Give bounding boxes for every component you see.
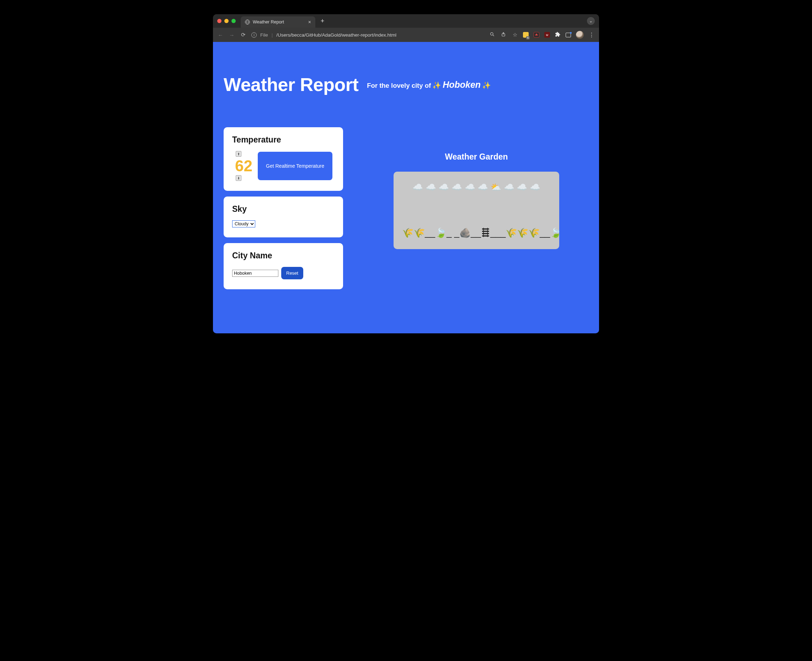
browser-tab[interactable]: Weather Report ×: [241, 16, 315, 28]
svg-line-1: [493, 35, 494, 36]
share-icon[interactable]: [500, 32, 507, 38]
forward-button[interactable]: →: [229, 32, 235, 38]
temperature-controls: ⬆ ⬇ 62 Get Realtime Temperature: [232, 151, 334, 181]
temperature-card: Temperature ⬆ ⬇ 62 Get Realtime Temperat…: [224, 127, 343, 191]
window-controls: [217, 19, 236, 23]
weather-garden: ☁️ ☁️ ☁️ ☁️ ☁️ ☁️ ⛅ ☁️ ☁️ ☁️ 🌾🌾__🍃_ _🪨__…: [393, 172, 559, 249]
close-window-button[interactable]: [217, 19, 222, 23]
temperature-heading: Temperature: [232, 135, 334, 145]
url-separator: |: [272, 32, 273, 38]
search-icon[interactable]: [489, 32, 495, 38]
maximize-window-button[interactable]: [232, 19, 236, 23]
sky-select[interactable]: Cloudy: [232, 220, 255, 227]
page-content: Weather Report For the lovely city of ✨ …: [213, 42, 599, 333]
tabs-overflow-button[interactable]: ⌄: [587, 17, 595, 25]
tagline: For the lovely city of ✨ Hoboken ✨: [367, 80, 491, 90]
tab-manager-icon[interactable]: [566, 33, 571, 37]
globe-icon: [245, 19, 250, 24]
address-bar[interactable]: i File | /Users/becca/GitHub/AdaGold/wea…: [251, 32, 396, 38]
sparkle-icon: ✨: [482, 81, 491, 89]
close-tab-icon[interactable]: ×: [308, 19, 311, 25]
minimize-window-button[interactable]: [224, 19, 229, 23]
city-heading: City Name: [232, 251, 334, 260]
get-realtime-temperature-button[interactable]: Get Realtime Temperature: [258, 152, 332, 180]
tagline-prefix: For the lovely city of: [367, 82, 431, 89]
extension-ublock[interactable]: U: [544, 32, 550, 38]
profile-avatar[interactable]: [576, 31, 584, 39]
extensions-menu-icon[interactable]: [555, 32, 561, 38]
city-row: Reset: [232, 267, 334, 279]
toolbar-right: ☆ U ⋮: [489, 31, 595, 39]
header-city-name: Hoboken: [443, 80, 481, 90]
svg-point-0: [490, 33, 493, 35]
decrease-temp-button[interactable]: ⬇: [236, 175, 241, 181]
increase-temp-button[interactable]: ⬆: [236, 151, 241, 157]
sky-heading: Sky: [232, 204, 334, 214]
city-name-input[interactable]: [232, 270, 278, 277]
main-columns: Temperature ⬆ ⬇ 62 Get Realtime Temperat…: [213, 99, 599, 289]
site-info-icon[interactable]: i: [251, 32, 257, 38]
city-card: City Name Reset: [224, 243, 343, 289]
sky-card: Sky Cloudy: [224, 196, 343, 237]
reset-city-button[interactable]: Reset: [281, 267, 303, 279]
temperature-value: 62: [235, 157, 253, 175]
garden-heading: Weather Garden: [445, 152, 508, 162]
extension-1[interactable]: [523, 32, 529, 38]
url-scheme: File: [260, 32, 268, 38]
browser-window: Weather Report × + ⌄ ← → ⟳ i File | /Use…: [213, 14, 599, 333]
url-path: /Users/becca/GitHub/AdaGold/weather-repo…: [276, 32, 396, 38]
browser-toolbar: ← → ⟳ i File | /Users/becca/GitHub/AdaGo…: [213, 28, 599, 42]
bookmark-star-icon[interactable]: ☆: [511, 32, 518, 38]
controls-column: Temperature ⬆ ⬇ 62 Get Realtime Temperat…: [224, 127, 343, 289]
browser-menu-icon[interactable]: ⋮: [589, 32, 595, 38]
page-title: Weather Report: [224, 74, 358, 95]
hero: Weather Report For the lovely city of ✨ …: [213, 42, 599, 99]
back-button[interactable]: ←: [217, 32, 224, 38]
sparkle-icon: ✨: [432, 81, 441, 89]
titlebar: Weather Report × + ⌄: [213, 14, 599, 28]
tab-title: Weather Report: [253, 19, 284, 24]
extension-2[interactable]: [534, 32, 539, 38]
garden-column: Weather Garden ☁️ ☁️ ☁️ ☁️ ☁️ ☁️ ⛅ ☁️ ☁️…: [364, 127, 588, 249]
garden-sky-row: ☁️ ☁️ ☁️ ☁️ ☁️ ☁️ ⛅ ☁️ ☁️ ☁️: [402, 182, 551, 192]
new-tab-button[interactable]: +: [318, 16, 328, 26]
reload-button[interactable]: ⟳: [240, 32, 246, 38]
garden-ground-row: 🌾🌾__🍃_ _🪨__🛤___🌾🌾🌾__🍃: [402, 227, 551, 238]
